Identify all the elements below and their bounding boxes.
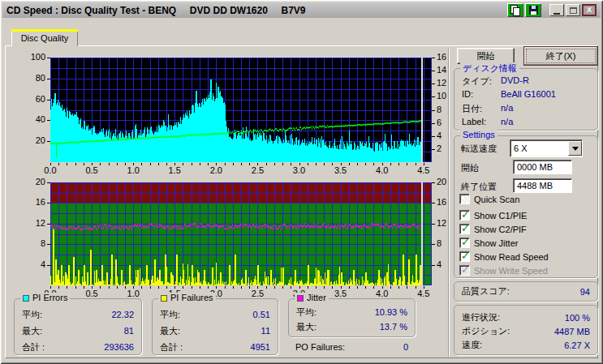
speed-row: 速度:6.27 X xyxy=(454,338,597,352)
pi-errors-legend-icon xyxy=(23,295,29,302)
quality-score-row: 品質スコア: 94 xyxy=(454,282,597,301)
axis-tick xyxy=(109,286,110,289)
position-value: 4487 MB xyxy=(554,327,590,336)
disc-date-row: 日付:n/a xyxy=(462,103,597,117)
axis-tick xyxy=(241,286,242,289)
copy-button[interactable] xyxy=(507,3,523,17)
field-label: Label: xyxy=(462,117,501,131)
axis-tick-label: 0.0 xyxy=(38,165,62,175)
stat-value: 22.32 xyxy=(111,310,134,319)
axis-tick xyxy=(47,120,50,121)
tab-label: Disc Quality xyxy=(21,33,69,43)
field-value: DVD-R xyxy=(501,75,529,89)
axis-tick xyxy=(432,58,435,58)
pi-failures-panel: PI Failures 平均:0.51 最大:11 合計 :4951 xyxy=(152,298,278,355)
axis-tick xyxy=(117,286,118,289)
pi-failures-max-row: 最大:11 xyxy=(153,323,278,339)
minimize-button[interactable] xyxy=(549,4,564,16)
axis-tick xyxy=(233,163,234,165)
checkbox-quick-scan[interactable]: Quick Scan xyxy=(459,194,519,204)
axis-tick xyxy=(47,141,50,142)
stat-label: 合計 : xyxy=(160,341,183,353)
checkbox-label: Quick Scan xyxy=(474,195,519,204)
jitter-legend-icon xyxy=(297,295,304,302)
checkbox-show-write-speed: Show Write Speed xyxy=(459,265,548,276)
chevron-down-icon xyxy=(572,147,579,151)
jitter-max-row: 最大:13.7 % xyxy=(289,319,415,334)
start-button[interactable]: 開始 xyxy=(457,48,515,64)
checkbox-box xyxy=(459,194,470,204)
combo-dropdown-button[interactable] xyxy=(568,141,582,156)
end-pos-label: 終了位置 xyxy=(461,181,497,193)
speed-combobox[interactable]: 6 X xyxy=(510,139,583,157)
speed-row-value: 6.27 X xyxy=(564,340,590,350)
copy-icon xyxy=(510,5,520,15)
axis-tick-label: 4.0 xyxy=(370,165,394,175)
field-value: n/a xyxy=(501,117,513,131)
axis-tick-label: 40 xyxy=(19,114,45,124)
axis-tick xyxy=(192,286,192,289)
start-pos-input[interactable]: 0000 MB xyxy=(513,160,572,174)
axis-tick-label: 4 xyxy=(19,259,45,269)
axis-tick xyxy=(407,286,407,289)
axis-tick xyxy=(117,163,118,165)
axis-tick-label: 2.5 xyxy=(245,165,269,175)
panel-divider xyxy=(448,49,450,357)
stat-value: 10.93 % xyxy=(375,307,407,317)
progress-value: 100 % xyxy=(565,313,590,323)
exit-button[interactable]: 終了(X) xyxy=(523,46,598,66)
axis-tick-label: 1.5 xyxy=(162,165,187,175)
po-failures-label: PO Failures: xyxy=(295,342,345,352)
axis-tick xyxy=(432,182,435,183)
close-button[interactable]: X xyxy=(582,4,597,16)
disc-info-title: ディスク情報 xyxy=(460,62,519,75)
progress-label: 進行状況: xyxy=(462,311,500,323)
save-button[interactable] xyxy=(525,3,541,17)
axis-tick xyxy=(316,286,317,289)
axis-tick-label: 0.5 xyxy=(80,165,104,175)
disc-id-row: ID:BeAll G16001 xyxy=(462,89,597,103)
quality-score-panel: 品質スコア: 94 xyxy=(454,281,598,302)
axis-tick xyxy=(432,203,435,203)
axis-tick xyxy=(109,163,110,165)
axis-tick-label: 4.5 xyxy=(411,165,436,175)
axis-tick xyxy=(282,163,283,165)
jitter-title: Jitter xyxy=(307,293,326,302)
axis-tick xyxy=(67,163,67,165)
maximize-button[interactable] xyxy=(566,4,580,16)
axis-tick-label: 60 xyxy=(19,94,45,104)
end-pos-input[interactable]: 4488 MB xyxy=(513,178,572,193)
axis-tick-label: 4.0 xyxy=(370,289,394,298)
checkbox-label: Show Jitter xyxy=(474,238,518,248)
pi-failures-jitter-chart xyxy=(50,182,432,285)
axis-tick xyxy=(200,286,200,289)
checkbox-show-c2-pif[interactable]: Show C2/PIF xyxy=(459,224,527,234)
progress-row: 進行状況:100 % xyxy=(454,310,597,324)
window-title: CD Speed : Disc Quality Test - BENQ DVD … xyxy=(2,5,306,16)
axis-tick-label: 3.0 xyxy=(287,165,312,175)
axis-tick xyxy=(432,149,435,150)
checkbox-label: Show C1/PIE xyxy=(474,211,527,221)
chart-canvas xyxy=(50,182,432,285)
stat-value: 293636 xyxy=(104,342,134,352)
stat-value: 11 xyxy=(261,326,270,336)
checkbox-show-read-speed[interactable]: Show Read Speed xyxy=(459,251,549,262)
disc-info-panel: ディスク情報 タイプ:DVD-R ID:BeAll G16001 日付:n/a … xyxy=(454,68,598,131)
axis-tick xyxy=(282,286,283,289)
axis-tick xyxy=(432,84,435,84)
checkbox-show-c1-pie[interactable]: Show C1/PIE xyxy=(459,210,527,221)
titlebar-buttons: X xyxy=(507,2,597,18)
axis-tick-label: 3.5 xyxy=(329,289,353,298)
start-pos-label: 開始 xyxy=(461,162,479,174)
axis-tick xyxy=(75,286,76,289)
axis-tick xyxy=(398,286,399,289)
axis-tick xyxy=(432,244,435,245)
stat-label: 平均: xyxy=(160,309,180,321)
axis-tick xyxy=(75,163,76,165)
checkbox-show-jitter[interactable]: Show Jitter xyxy=(459,238,518,248)
stat-label: 最大: xyxy=(296,321,317,333)
axis-tick xyxy=(432,110,435,111)
po-failures-row: PO Failures: 0 xyxy=(288,342,416,352)
tab-disc-quality[interactable]: Disc Quality xyxy=(11,29,78,46)
axis-tick xyxy=(47,244,50,245)
